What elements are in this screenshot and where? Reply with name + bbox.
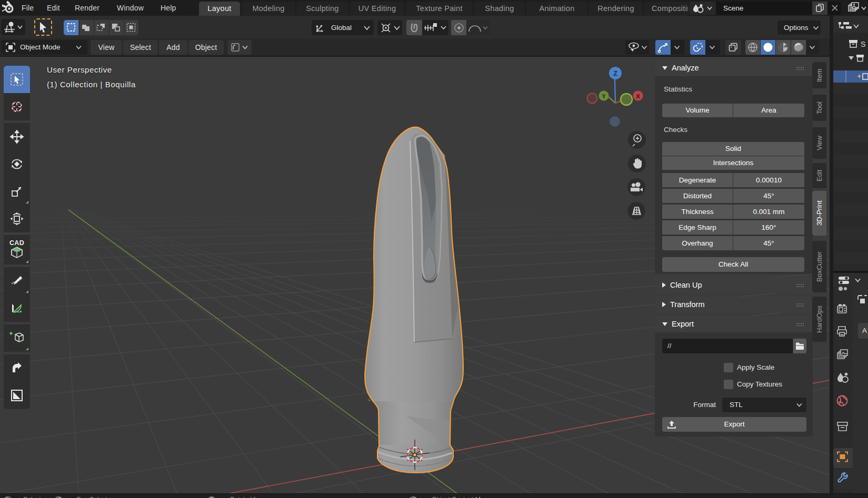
svg-text:S: S: [861, 40, 865, 48]
svg-text:Y: Y: [602, 93, 606, 99]
svg-text:X: X: [636, 93, 640, 99]
svg-text:Z: Z: [613, 70, 617, 77]
